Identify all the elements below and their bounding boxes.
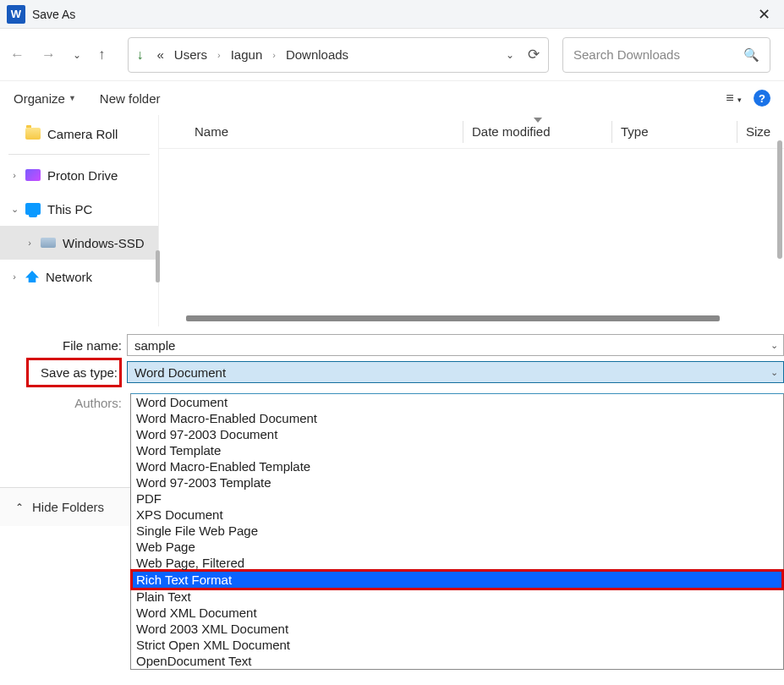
type-option[interactable]: OpenDocument Text — [131, 653, 783, 669]
pc-icon — [25, 203, 41, 215]
sidebar-item-label: Windows-SSD — [63, 236, 145, 250]
annotation-highlight: Save as type: — [0, 358, 127, 387]
chevron-down-icon[interactable]: ⌄ — [770, 367, 778, 378]
save-as-type-label: Save as type: — [26, 358, 122, 387]
save-as-type-field[interactable]: Word Document ⌄ — [127, 361, 784, 383]
column-header-row: Name Date modified Type Size — [159, 115, 784, 149]
sidebar-item-label: Camera Roll — [47, 127, 118, 141]
navigation-row: ← → ⌄ ↑ ↓ « Users › Iagun › Downloads ⌄ … — [0, 29, 784, 81]
sidebar-item-windows-ssd[interactable]: › Windows-SSD — [0, 226, 158, 260]
sidebar-item-label: This PC — [47, 202, 92, 216]
type-option[interactable]: Word Macro-Enabled Template — [131, 458, 783, 474]
save-as-type-dropdown[interactable]: Word Document Word Macro-Enabled Documen… — [130, 393, 784, 670]
column-date-modified[interactable]: Date modified — [463, 121, 611, 143]
crumb-downloads[interactable]: Downloads — [286, 47, 348, 62]
proton-icon — [25, 169, 41, 181]
refresh-icon[interactable]: ⟳ — [528, 46, 540, 63]
explorer-main: › Camera Roll › Proton Drive ⌄ This PC ›… — [0, 115, 784, 326]
authors-label: Authors: — [0, 396, 127, 410]
type-option[interactable]: Word XML Document — [131, 605, 783, 621]
column-size[interactable]: Size — [737, 121, 784, 143]
type-option[interactable]: Word Template — [131, 442, 783, 458]
file-name-field[interactable]: sample ⌄ — [127, 334, 784, 356]
chevron-down-icon[interactable]: ⌄ — [770, 340, 778, 351]
type-option[interactable]: Strict Open XML Document — [131, 637, 783, 653]
type-option[interactable]: Web Page — [131, 539, 783, 555]
crumb-sep-icon: › — [217, 50, 221, 60]
vertical-scrollbar[interactable] — [777, 140, 782, 259]
type-option[interactable]: Word 97-2003 Template — [131, 474, 783, 490]
type-option[interactable]: Word 2003 XML Document — [131, 621, 783, 637]
view-options-button[interactable]: ≡ ▾ — [726, 90, 742, 106]
type-option[interactable]: Word 97-2003 Document — [131, 426, 783, 442]
sidebar-item-this-pc[interactable]: ⌄ This PC — [0, 192, 158, 226]
word-app-icon: W — [7, 5, 25, 24]
sidebar-item-label: Network — [46, 270, 92, 284]
network-icon — [25, 271, 39, 282]
organize-button[interactable]: Organize▼ — [14, 91, 76, 106]
help-icon[interactable]: ? — [754, 90, 770, 107]
address-dropdown-icon[interactable]: ⌄ — [506, 49, 514, 61]
crumb-users[interactable]: Users — [174, 47, 207, 62]
back-button[interactable]: ← — [10, 47, 25, 63]
file-name-value: sample — [134, 338, 175, 353]
sidebar-item-network[interactable]: › Network — [0, 260, 158, 293]
sidebar-item-camera-roll[interactable]: › Camera Roll — [0, 117, 158, 151]
type-option[interactable]: Single File Web Page — [131, 523, 783, 539]
crumb-ellipsis[interactable]: « — [157, 47, 164, 62]
type-option[interactable]: XPS Document — [131, 507, 783, 523]
search-placeholder: Search Downloads — [573, 47, 743, 62]
forward-button[interactable]: → — [41, 47, 56, 63]
sidebar-item-label: Proton Drive — [47, 168, 118, 183]
close-icon[interactable]: ✕ — [751, 5, 777, 24]
chevron-up-icon[interactable]: ⌃ — [15, 501, 24, 513]
save-as-type-row: Save as type: Word Document ⌄ — [0, 359, 784, 386]
save-as-type-value: Word Document — [134, 365, 226, 380]
recent-locations-button[interactable]: ⌄ — [73, 49, 81, 61]
toolbar: Organize▼ New folder ≡ ▾ ? — [0, 81, 784, 115]
type-option[interactable]: Word Document — [131, 394, 783, 410]
sidebar: › Camera Roll › Proton Drive ⌄ This PC ›… — [0, 115, 159, 326]
window-title: Save As — [32, 8, 75, 21]
file-list-area: Name Date modified Type Size — [159, 115, 784, 326]
file-name-label: File name: — [0, 338, 127, 353]
annotation-highlight: Rich Text Format — [130, 569, 784, 590]
up-button[interactable]: ↑ — [98, 47, 106, 63]
file-name-row: File name: sample ⌄ — [0, 332, 784, 359]
crumb-user[interactable]: Iagun — [231, 47, 263, 62]
crumb-sep-icon: › — [272, 50, 276, 60]
column-type[interactable]: Type — [611, 121, 737, 143]
sidebar-item-proton-drive[interactable]: › Proton Drive — [0, 158, 158, 192]
search-field[interactable]: Search Downloads 🔍 — [562, 37, 770, 73]
sidebar-divider — [8, 154, 150, 155]
new-folder-button[interactable]: New folder — [100, 91, 161, 106]
search-icon: 🔍 — [743, 47, 759, 63]
folder-icon — [25, 128, 41, 140]
type-option[interactable]: Word Macro-Enabled Document — [131, 410, 783, 426]
drive-icon — [41, 238, 56, 248]
type-option[interactable]: PDF — [131, 490, 783, 507]
downloads-folder-icon: ↓ — [137, 47, 144, 63]
hide-folders-button[interactable]: Hide Folders — [32, 500, 104, 514]
titlebar: W Save As ✕ — [0, 0, 784, 29]
column-name[interactable]: Name — [195, 124, 463, 139]
horizontal-scrollbar[interactable] — [186, 315, 720, 321]
type-option-selected[interactable]: Rich Text Format — [133, 572, 781, 588]
address-bar[interactable]: ↓ « Users › Iagun › Downloads ⌄ ⟳ — [128, 37, 550, 73]
type-option[interactable]: Plain Text — [131, 589, 783, 605]
